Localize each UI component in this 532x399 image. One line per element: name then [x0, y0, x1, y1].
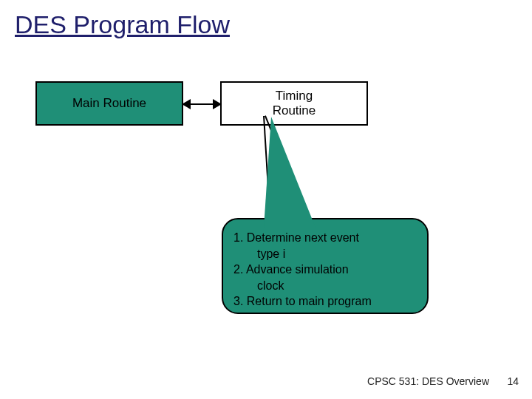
arrow-left-icon — [182, 99, 191, 109]
callout-line-2: 2. Advance simulation — [233, 262, 418, 278]
timing-routine-label: Timing Routine — [273, 89, 316, 117]
callout-line-1b: type i — [233, 246, 418, 262]
callout-line-1: 1. Determine next event — [233, 230, 418, 246]
timing-callout: 1. Determine next event type i 2. Advanc… — [222, 218, 429, 314]
callout-line-3: 3. Return to main program — [233, 293, 418, 310]
footer-course: CPSC 531: DES Overview — [367, 375, 489, 387]
slide: DES Program Flow Main Routine Timing Rou… — [0, 0, 532, 399]
main-routine-box: Main Routine — [35, 81, 183, 126]
callout-pointer — [264, 117, 316, 228]
page-title: DES Program Flow — [15, 10, 230, 39]
callout-line-2b: clock — [233, 278, 418, 294]
page-number: 14 — [507, 375, 519, 387]
arrow-right-icon — [213, 99, 222, 109]
main-routine-label: Main Routine — [72, 96, 146, 111]
